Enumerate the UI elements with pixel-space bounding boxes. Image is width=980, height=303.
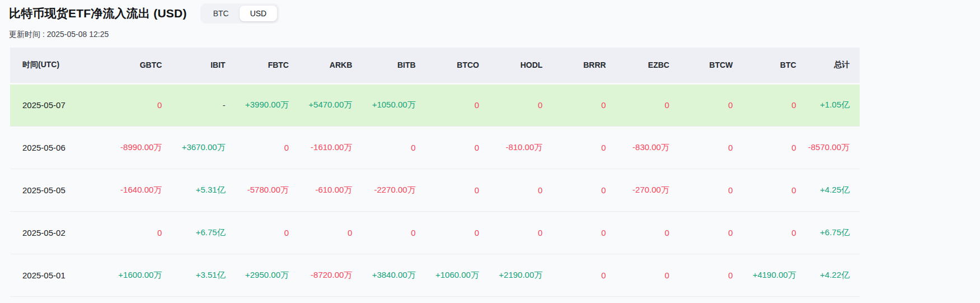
column-header: 总计	[796, 48, 860, 83]
column-header: BTCW	[669, 48, 733, 83]
value-cell: -8720.00万	[289, 254, 352, 296]
value-cell: 0	[542, 83, 606, 126]
date-cell: 2025-05-02	[10, 211, 99, 254]
page-title: 比特币现货ETF净流入流出 (USD)	[9, 6, 187, 21]
value-cell: 0	[416, 126, 479, 169]
value-cell: 0	[733, 211, 796, 254]
value-cell: 0	[352, 211, 415, 254]
header-bar: 比特币现货ETF净流入流出 (USD) BTC USD	[8, 3, 972, 24]
value-cell: 0	[416, 169, 479, 211]
value-cell: -5780.00万	[226, 169, 289, 211]
date-cell: 2025-05-05	[10, 169, 99, 211]
toggle-usd-button[interactable]: USD	[240, 6, 278, 21]
value-cell: +1600.00万	[99, 254, 162, 296]
column-header: EZBC	[606, 48, 669, 83]
value-cell: +3990.00万	[226, 83, 289, 126]
value-cell: +1050.00万	[352, 83, 415, 126]
value-cell: +6.75亿	[796, 211, 860, 254]
value-cell: 0	[479, 169, 542, 211]
value-cell: +2950.00万	[226, 254, 289, 296]
column-header: BTC	[733, 48, 796, 83]
value-cell: 0	[669, 83, 733, 126]
value-cell: -1610.00万	[289, 126, 352, 169]
value-cell: 0	[479, 211, 542, 254]
unit-toggle: BTC USD	[200, 3, 280, 24]
value-cell: 0	[606, 211, 669, 254]
value-cell: 0	[669, 169, 733, 211]
value-cell: 0	[226, 211, 289, 254]
value-cell: 0	[669, 126, 733, 169]
value-cell: 0	[289, 211, 352, 254]
table-row: 2025-05-06-8990.00万+3670.00万0-1610.00万00…	[10, 126, 860, 169]
column-header: 时间(UTC)	[10, 48, 99, 83]
value-cell: 0	[669, 211, 733, 254]
value-cell: +5.31亿	[162, 169, 225, 211]
value-cell: -2270.00万	[352, 169, 415, 211]
date-cell: 2025-05-07	[10, 83, 99, 126]
value-cell: 0	[416, 83, 479, 126]
value-cell: +1060.00万	[416, 254, 479, 296]
value-cell: 0	[542, 126, 606, 169]
value-cell: 0	[352, 126, 415, 169]
value-cell: 0	[542, 211, 606, 254]
value-cell: 0	[733, 169, 796, 211]
table-body: 2025-05-070-+3990.00万+5470.00万+1050.00万0…	[10, 83, 860, 296]
date-cell: 2025-05-01	[10, 254, 99, 296]
value-cell: -610.00万	[289, 169, 352, 211]
value-cell: -8570.00万	[796, 126, 860, 169]
value-cell: +4.22亿	[796, 254, 860, 296]
etf-flow-table: 时间(UTC)GBTCIBITFBTCARKBBITBBTCOHODLBRRRE…	[10, 48, 860, 297]
value-cell: +4190.00万	[733, 254, 796, 296]
date-cell: 2025-05-06	[10, 126, 99, 169]
value-cell: 0	[669, 254, 733, 296]
value-cell: -830.00万	[606, 126, 669, 169]
value-cell: 0	[542, 169, 606, 211]
value-cell: 0	[416, 211, 479, 254]
table-row: 2025-05-070-+3990.00万+5470.00万+1050.00万0…	[10, 83, 860, 126]
value-cell: +3840.00万	[352, 254, 415, 296]
table-header: 时间(UTC)GBTCIBITFBTCARKBBITBBTCOHODLBRRRE…	[10, 48, 860, 83]
value-cell: +3.51亿	[162, 254, 225, 296]
value-cell: 0	[99, 211, 162, 254]
value-cell: +4.25亿	[796, 169, 860, 211]
column-header: IBIT	[162, 48, 225, 83]
value-cell: +2190.00万	[479, 254, 542, 296]
column-header: BITB	[352, 48, 415, 83]
value-cell: 0	[606, 254, 669, 296]
table-row: 2025-05-01+1600.00万+3.51亿+2950.00万-8720.…	[10, 254, 860, 296]
value-cell: -270.00万	[606, 169, 669, 211]
table-header-row: 时间(UTC)GBTCIBITFBTCARKBBITBBTCOHODLBRRRE…	[10, 48, 860, 83]
value-cell: +1.05亿	[796, 83, 860, 126]
value-cell: +6.75亿	[162, 211, 225, 254]
value-cell: -	[162, 83, 225, 126]
value-cell: -8990.00万	[99, 126, 162, 169]
page: 比特币现货ETF净流入流出 (USD) BTC USD 更新时间 : 2025-…	[0, 0, 980, 297]
value-cell: 0	[99, 83, 162, 126]
value-cell: +5470.00万	[289, 83, 352, 126]
value-cell: 0	[479, 83, 542, 126]
column-header: FBTC	[226, 48, 289, 83]
table-row: 2025-05-020+6.75亿000000000+6.75亿	[10, 211, 860, 254]
value-cell: -810.00万	[479, 126, 542, 169]
updated-time: 更新时间 : 2025-05-08 12:25	[9, 30, 972, 40]
column-header: ARKB	[289, 48, 352, 83]
column-header: GBTC	[99, 48, 162, 83]
value-cell: 0	[606, 83, 669, 126]
value-cell: +3670.00万	[162, 126, 225, 169]
value-cell: 0	[733, 83, 796, 126]
column-header: BRRR	[542, 48, 606, 83]
value-cell: 0	[733, 126, 796, 169]
table-row: 2025-05-05-1640.00万+5.31亿-5780.00万-610.0…	[10, 169, 860, 211]
column-header: BTCO	[416, 48, 479, 83]
value-cell: 0	[226, 126, 289, 169]
toggle-btc-button[interactable]: BTC	[203, 6, 240, 21]
column-header: HODL	[479, 48, 542, 83]
value-cell: -1640.00万	[99, 169, 162, 211]
value-cell: 0	[542, 254, 606, 296]
